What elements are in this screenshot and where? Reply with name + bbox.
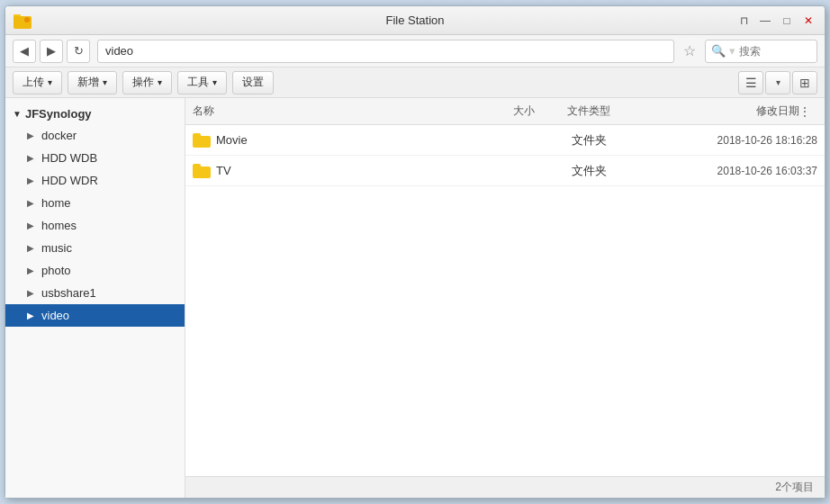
- sidebar-label-homes: homes: [41, 219, 77, 232]
- close-button[interactable]: ✕: [799, 12, 817, 30]
- sidebar-label-usbshare1: usbshare1: [41, 286, 96, 300]
- upload-label: 上传: [23, 75, 44, 90]
- filename-movie: Movie: [216, 133, 248, 147]
- cell-date-tv: 2018-10-26 16:03:37: [643, 165, 817, 177]
- col-header-date[interactable]: 修改日期: [643, 104, 799, 119]
- sidebar-chevron-hddwdb: ▶: [27, 153, 38, 163]
- list-view-button[interactable]: ☰: [738, 71, 763, 94]
- cell-type-movie: 文件夹: [535, 132, 643, 148]
- window-title: File Station: [385, 14, 444, 27]
- content-panel: 名称 大小 文件类型 修改日期 ⋮ Movie 文件夹 2018-10-26 1…: [185, 98, 825, 498]
- titlebar: File Station ⊓ — □ ✕: [5, 6, 825, 35]
- cell-type-tv: 文件夹: [535, 163, 643, 179]
- col-header-type[interactable]: 文件类型: [535, 104, 643, 119]
- view-buttons: ☰ ▾ ⊞: [738, 71, 817, 94]
- sidebar-item-usbshare1[interactable]: ▶ usbshare1: [5, 282, 185, 304]
- sidebar-label-home: home: [41, 196, 71, 210]
- settings-label: 设置: [242, 75, 264, 90]
- minimize-button[interactable]: ⊓: [735, 12, 753, 30]
- detail-view-icon: ⊞: [799, 76, 810, 90]
- sidebar-chevron-usbshare1: ▶: [27, 288, 38, 298]
- tools-label: 工具: [187, 75, 209, 90]
- window-controls: ⊓ — □ ✕: [735, 12, 817, 30]
- cell-date-movie: 2018-10-26 18:16:28: [643, 134, 817, 147]
- sidebar-chevron-hddwdr: ▶: [27, 176, 38, 185]
- sidebar-item-homes[interactable]: ▶ homes: [5, 214, 185, 237]
- sidebar-item-home[interactable]: ▶ home: [5, 192, 185, 214]
- file-station-window: File Station ⊓ — □ ✕ ◀ ▶ ↻ ☆ 🔍 ▾ 上传: [5, 5, 825, 499]
- status-info: 2个项目: [775, 480, 814, 495]
- col-header-size[interactable]: 大小: [463, 104, 535, 119]
- settings-button[interactable]: 设置: [232, 71, 274, 94]
- path-input[interactable]: [97, 40, 674, 63]
- new-label: 新增: [77, 75, 99, 90]
- sidebar-chevron-photo: ▶: [27, 266, 38, 275]
- view-dropdown-button[interactable]: ▾: [765, 71, 790, 94]
- actionbar: 上传 ▾ 新增 ▾ 操作 ▾ 工具 ▾ 设置 ☰ ▾ ⊞: [5, 68, 825, 98]
- sidebar-root-label: JFSynology: [25, 107, 92, 121]
- sidebar-chevron-home: ▶: [27, 198, 38, 208]
- col-header-more: ⋮: [799, 105, 817, 118]
- search-icon: 🔍: [711, 44, 726, 58]
- sidebar-item-hddwdb[interactable]: ▶ HDD WDB: [5, 147, 185, 169]
- list-view-icon: ☰: [745, 76, 757, 90]
- back-icon: ◀: [20, 44, 29, 58]
- sidebar-label-photo: photo: [41, 264, 71, 277]
- table-row[interactable]: Movie 文件夹 2018-10-26 18:16:28: [185, 125, 825, 156]
- search-bar: 🔍 ▾: [705, 40, 817, 63]
- tools-dropdown-icon: ▾: [212, 77, 217, 87]
- sidebar-chevron-homes: ▶: [27, 220, 38, 230]
- sidebar-item-music[interactable]: ▶ music: [5, 237, 185, 259]
- table-row[interactable]: TV 文件夹 2018-10-26 16:03:37: [185, 156, 825, 186]
- upload-button[interactable]: 上传 ▾: [13, 71, 62, 94]
- statusbar: 2个项目: [185, 476, 825, 498]
- sidebar-chevron-video: ▶: [27, 310, 38, 320]
- sidebar-label-music: music: [41, 241, 72, 255]
- folder-icon-movie: [193, 133, 211, 148]
- table-header: 名称 大小 文件类型 修改日期 ⋮: [185, 98, 825, 125]
- sidebar: ▼ JFSynology ▶ docker ▶ HDD WDB ▶ HDD WD…: [5, 98, 185, 498]
- operate-dropdown-icon: ▾: [158, 77, 162, 87]
- refresh-button[interactable]: ↻: [67, 40, 90, 63]
- sidebar-item-hddwdr[interactable]: ▶ HDD WDR: [5, 169, 185, 192]
- tools-button[interactable]: 工具 ▾: [177, 71, 227, 94]
- folder-icon-tv: [193, 164, 211, 178]
- operate-label: 操作: [132, 75, 154, 90]
- sidebar-label-hddwdb: HDD WDB: [41, 151, 97, 165]
- sidebar-label-hddwdr: HDD WDR: [41, 174, 98, 187]
- forward-button[interactable]: ▶: [40, 40, 63, 63]
- maximize-button[interactable]: □: [778, 12, 796, 30]
- navigation-toolbar: ◀ ▶ ↻ ☆ 🔍 ▾: [5, 35, 825, 68]
- new-button[interactable]: 新增 ▾: [68, 71, 117, 94]
- detail-view-button[interactable]: ⊞: [792, 71, 817, 94]
- sidebar-item-docker[interactable]: ▶ docker: [5, 124, 185, 147]
- table-body: Movie 文件夹 2018-10-26 18:16:28 TV 文件夹 201…: [185, 125, 825, 476]
- search-separator: ▾: [729, 44, 735, 58]
- sidebar-chevron-music: ▶: [27, 243, 38, 253]
- favorite-button[interactable]: ☆: [678, 40, 701, 63]
- filename-tv: TV: [216, 164, 231, 177]
- svg-point-3: [24, 17, 30, 22]
- main-area: ▼ JFSynology ▶ docker ▶ HDD WDB ▶ HDD WD…: [5, 98, 825, 498]
- sidebar-label-docker: docker: [41, 129, 77, 142]
- sidebar-item-video[interactable]: ▶ video: [5, 304, 185, 327]
- operate-button[interactable]: 操作 ▾: [122, 71, 172, 94]
- sidebar-chevron-docker: ▶: [27, 130, 38, 140]
- col-header-name[interactable]: 名称: [193, 104, 463, 119]
- back-button[interactable]: ◀: [13, 40, 36, 63]
- refresh-icon: ↻: [74, 44, 84, 58]
- star-icon: ☆: [683, 42, 696, 59]
- sidebar-root-chevron: ▼: [13, 109, 22, 119]
- sidebar-label-video: video: [41, 309, 69, 322]
- sidebar-root-item[interactable]: ▼ JFSynology: [5, 104, 185, 124]
- cell-name-tv: TV: [193, 164, 463, 178]
- minimize-button2[interactable]: —: [756, 12, 774, 30]
- new-dropdown-icon: ▾: [103, 77, 107, 87]
- sidebar-item-photo[interactable]: ▶ photo: [5, 259, 185, 282]
- search-input[interactable]: [739, 45, 811, 58]
- cell-name-movie: Movie: [193, 133, 463, 148]
- upload-dropdown-icon: ▾: [48, 77, 52, 87]
- view-dropdown-icon: ▾: [776, 77, 780, 87]
- forward-icon: ▶: [47, 44, 56, 58]
- app-icon: [13, 11, 32, 31]
